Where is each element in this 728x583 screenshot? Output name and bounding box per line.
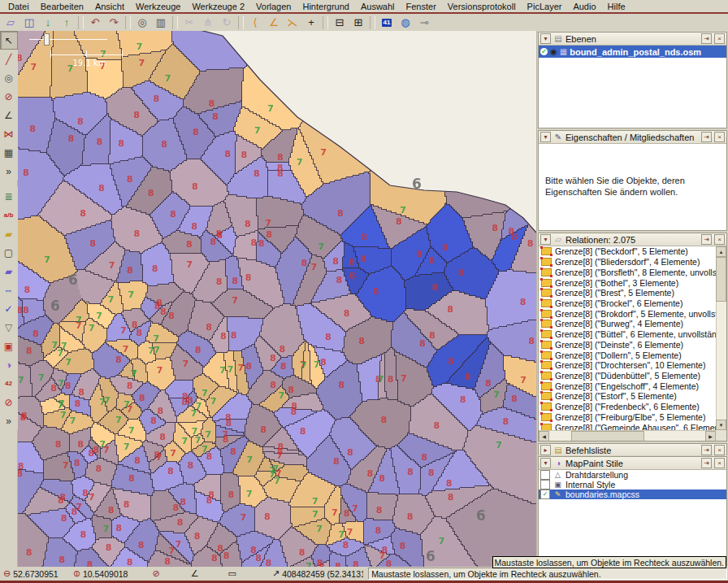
relation-row[interactable]: Grenze[8] ("Deinste", 6 Elemente): [539, 339, 716, 350]
relation-row[interactable]: Grenze[8] ("Burweg", 4 Elemente): [539, 319, 716, 329]
filter-panel-toggle[interactable]: ▽: [0, 318, 18, 337]
open-file-icon[interactable]: ▱: [2, 14, 20, 31]
map-view[interactable]: [18, 31, 536, 567]
scroll-down-icon[interactable]: ▼: [716, 420, 726, 430]
delete-tool[interactable]: ⊘: [0, 87, 18, 106]
menu-werkzeuge[interactable]: Werkzeuge: [130, 1, 186, 12]
draw-node-tool[interactable]: ╱: [0, 50, 18, 68]
menu-datei[interactable]: Datei: [2, 1, 35, 12]
extrude-tool[interactable]: ▦: [0, 143, 18, 162]
update-data-icon[interactable]: ↻: [218, 14, 236, 31]
save-icon[interactable]: ◫: [20, 14, 38, 31]
relation-row[interactable]: Grenze[8] ("Borsfleth", 8 Elemente, unvo…: [539, 267, 716, 277]
style-row[interactable]: ✓✎boundaries.mapcss: [539, 489, 726, 499]
relation-row[interactable]: Grenze[8] ("Drochtersen", 10 Elemente): [539, 360, 716, 371]
validator-panel-toggle[interactable]: ✓: [0, 299, 18, 318]
close-icon[interactable]: ×: [714, 458, 725, 468]
zoom-to-data-icon[interactable]: ◎: [133, 14, 151, 31]
collapse-icon[interactable]: ▾: [540, 458, 551, 468]
dock-icon[interactable]: ⇥: [701, 33, 712, 44]
undo-icon[interactable]: ↶: [86, 14, 104, 31]
horizontal-scroll-thumb[interactable]: [571, 431, 644, 441]
download-data-icon[interactable]: ↓: [39, 14, 57, 31]
relation-row[interactable]: Grenze[8] ("Fredenbeck", 6 Elemente): [539, 402, 716, 412]
relations-panel-toggle[interactable]: ▰: [0, 224, 18, 243]
menu-audio[interactable]: Audio: [567, 1, 601, 12]
dock-icon[interactable]: ⇥: [701, 234, 712, 245]
menu-versionsprotokoll[interactable]: Versionsprotokoll: [442, 1, 522, 12]
imagery-badge-icon[interactable]: 41: [378, 14, 396, 31]
style-checkbox[interactable]: [540, 480, 550, 489]
tags-panel-toggle[interactable]: a/b: [0, 206, 18, 224]
menu-fenster[interactable]: Fenster: [401, 1, 442, 12]
vertical-scroll-thumb[interactable]: [716, 257, 726, 302]
relation-row[interactable]: Grenze[8] ("Beckdorf", 5 Elemente): [539, 246, 716, 257]
collapse-icon[interactable]: ▾: [540, 234, 551, 245]
select-tool[interactable]: ↖: [0, 31, 18, 50]
layer-active-icon[interactable]: ✔: [540, 48, 548, 55]
relation-row[interactable]: Grenze[8] ("Gemeinde Ahausen", 6 Element…: [539, 422, 716, 430]
scroll-left-icon[interactable]: ◀: [539, 431, 549, 441]
zoom-tool[interactable]: ◎: [0, 68, 18, 87]
menu-werkzeuge-2[interactable]: Werkzeuge 2: [186, 1, 250, 12]
relation-row[interactable]: Grenze[8] ("Düdenbüttel", 5 Elemente): [539, 371, 716, 381]
map-canvas[interactable]: [18, 31, 536, 567]
collapse-icon[interactable]: ▾: [540, 132, 551, 142]
close-icon[interactable]: ×: [714, 445, 725, 455]
close-icon[interactable]: ×: [714, 234, 725, 245]
minmax-panel-toggle[interactable]: ⇔: [0, 281, 18, 299]
menu-hintergrund[interactable]: Hintergrund: [297, 1, 354, 12]
relation-row[interactable]: Grenze[8] ("Estorf", 5 Elemente): [539, 391, 716, 402]
more-panels[interactable]: »: [0, 411, 18, 430]
conflicts-panel-toggle[interactable]: ▣: [0, 337, 18, 355]
style-row[interactable]: △Drahtdarstellung: [539, 470, 726, 480]
menu-hilfe[interactable]: Hilfe: [602, 1, 631, 12]
relation-row[interactable]: Grenze[8] ("Engelschoff", 4 Elemente): [539, 381, 716, 391]
car-routing-icon[interactable]: ⊟: [331, 14, 349, 31]
angle-split-icon[interactable]: ⋋: [284, 14, 301, 31]
improve-way-tool[interactable]: ⋈: [0, 124, 18, 143]
relation-row[interactable]: Grenze[8] ("Bothel", 3 Elemente): [539, 277, 716, 288]
relation-row[interactable]: Grenze[8] ("Brest", 5 Elemente): [539, 288, 716, 298]
redo-icon[interactable]: ↷: [105, 14, 123, 31]
menu-piclayer[interactable]: PicLayer: [522, 1, 568, 12]
changeset-panel-toggle[interactable]: 42: [0, 374, 18, 393]
angle-snap-icon[interactable]: ⟨: [246, 14, 264, 31]
menu-bearbeiten[interactable]: Bearbeiten: [35, 1, 89, 12]
more-tools[interactable]: »: [0, 162, 18, 181]
relation-row[interactable]: Grenze[8] ("Bliedersdorf", 4 Elemente): [539, 257, 716, 268]
relation-row[interactable]: Grenze[8] ("Freiburg/Elbe", 5 Elemente): [539, 412, 716, 423]
layer-visible-icon[interactable]: ◉: [550, 48, 557, 56]
upload-data-icon[interactable]: ↑: [58, 14, 76, 31]
relation-row[interactable]: Grenze[8] ("Büttel", 6 Elemente, unvolls…: [539, 329, 716, 340]
vertical-scrollbar[interactable]: ▲ ▼: [716, 246, 726, 430]
remote-control-icon[interactable]: ⊸: [415, 14, 433, 31]
combine-way-icon[interactable]: ⋔: [199, 14, 217, 31]
relation-row[interactable]: Grenze[8] ("Dollern", 5 Elemente): [539, 350, 716, 360]
mappaint-panel-toggle[interactable]: ◑: [0, 355, 18, 374]
angle-measure-icon[interactable]: ∠: [265, 14, 283, 31]
menu-vorlagen[interactable]: Vorlagen: [250, 1, 297, 12]
relation-row[interactable]: Grenze[8] ("Brokdorf", 5 Elemente, unvol…: [539, 308, 716, 319]
history-panel-toggle[interactable]: ⊘: [0, 393, 18, 411]
dock-icon[interactable]: ⇥: [701, 445, 712, 455]
measure-angle-tool[interactable]: ∠: [0, 106, 18, 124]
close-icon[interactable]: ×: [714, 33, 725, 44]
scroll-up-icon[interactable]: ▲: [716, 246, 726, 257]
style-checkbox[interactable]: [540, 470, 550, 480]
collapse-icon[interactable]: ▾: [540, 33, 551, 44]
style-row[interactable]: ▣Internal Style: [539, 480, 726, 489]
pan-hand-icon[interactable]: +: [302, 14, 320, 31]
scroll-right-icon[interactable]: ▶: [705, 431, 716, 441]
preferences-icon[interactable]: ▥: [152, 14, 170, 31]
relation-row[interactable]: Grenze[8] ("Brockel", 6 Elemente): [539, 298, 716, 309]
dock-icon[interactable]: ⇥: [701, 132, 712, 142]
menu-ansicht[interactable]: Ansicht: [89, 1, 130, 12]
horizontal-scrollbar[interactable]: ◀ ▶: [539, 430, 716, 441]
layer-row[interactable]: ✔ ◉ ▦ bound_admin_postal_nds.osm: [539, 46, 726, 58]
dock-icon[interactable]: ⇥: [701, 458, 712, 468]
selection-panel-toggle[interactable]: ▢: [0, 243, 18, 262]
style-checkbox[interactable]: ✓: [540, 489, 550, 499]
close-icon[interactable]: ×: [714, 132, 725, 142]
public-transport-icon[interactable]: ⊞: [349, 14, 367, 31]
